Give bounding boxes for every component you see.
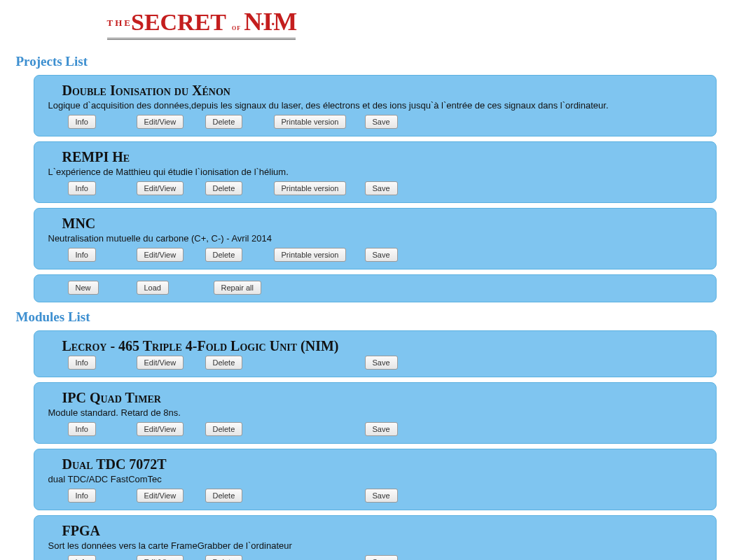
- edit-button[interactable]: Edit/View: [137, 248, 184, 262]
- print-button[interactable]: Printable version: [274, 248, 347, 262]
- module-title: IPC Quad Timer: [62, 390, 716, 406]
- delete-button[interactable]: Delete: [205, 489, 243, 503]
- info-button[interactable]: Info: [68, 248, 96, 262]
- module-desc: Module standard. Retard de 8ns.: [48, 407, 716, 418]
- edit-button[interactable]: Edit/View: [137, 115, 184, 129]
- projects-list: Double Ionisation du XénonLogique d`acqu…: [34, 75, 717, 302]
- save-button[interactable]: Save: [365, 489, 398, 503]
- info-button[interactable]: Info: [68, 356, 96, 370]
- save-button[interactable]: Save: [365, 555, 398, 560]
- info-button[interactable]: Info: [68, 555, 96, 560]
- edit-button[interactable]: Edit/View: [137, 422, 184, 436]
- module-card: Dual TDC 7072Tdual TDC/ADC FastComTecInf…: [34, 449, 717, 510]
- project-title: REMPI He: [62, 149, 716, 165]
- module-title: FPGA: [62, 523, 716, 539]
- modules-list: Lecroy - 465 Triple 4-Fold Logic Unit (N…: [34, 330, 717, 560]
- delete-button[interactable]: Delete: [205, 115, 243, 129]
- load-button[interactable]: Load: [137, 281, 169, 295]
- info-button[interactable]: Info: [68, 422, 96, 436]
- logo-the: THE: [107, 18, 132, 28]
- edit-button[interactable]: Edit/View: [137, 489, 184, 503]
- info-button[interactable]: Info: [68, 489, 96, 503]
- save-button[interactable]: Save: [365, 356, 398, 370]
- project-desc: L`expérience de Matthieu qui étudie l`io…: [48, 167, 716, 177]
- projects-list-title: Projects List: [16, 54, 717, 69]
- project-title: MNC: [62, 216, 716, 232]
- projects-toolbar: NewLoadRepair all: [34, 274, 717, 302]
- module-title: Lecroy - 465 Triple 4-Fold Logic Unit (N…: [62, 338, 716, 354]
- project-card: Double Ionisation du XénonLogique d`acqu…: [34, 75, 717, 136]
- delete-button[interactable]: Delete: [205, 422, 243, 436]
- save-button[interactable]: Save: [365, 422, 398, 436]
- print-button[interactable]: Printable version: [274, 115, 347, 129]
- save-button[interactable]: Save: [365, 181, 398, 195]
- repair-button[interactable]: Repair all: [214, 281, 261, 295]
- delete-button[interactable]: Delete: [205, 181, 243, 195]
- edit-button[interactable]: Edit/View: [137, 181, 184, 195]
- delete-button[interactable]: Delete: [205, 555, 243, 560]
- new-button[interactable]: New: [68, 281, 99, 295]
- edit-button[interactable]: Edit/View: [137, 356, 184, 370]
- print-button[interactable]: Printable version: [274, 181, 347, 195]
- info-button[interactable]: Info: [68, 181, 96, 195]
- delete-button[interactable]: Delete: [205, 248, 243, 262]
- logo-nim: N·I·M: [244, 8, 296, 36]
- project-card: MNCNeutralisation mutuelle du carbone (C…: [34, 208, 717, 270]
- project-card: REMPI HeL`expérience de Matthieu qui étu…: [34, 141, 717, 203]
- module-desc: Sort les données vers la carte FrameGrab…: [48, 540, 716, 551]
- save-button[interactable]: Save: [365, 115, 398, 129]
- project-desc: Neutralisation mutuelle du carbone (C+, …: [48, 233, 716, 244]
- module-desc: dual TDC/ADC FastComTec: [48, 474, 716, 484]
- delete-button[interactable]: Delete: [205, 356, 243, 370]
- edit-button[interactable]: Edit/View: [137, 555, 184, 560]
- module-title: Dual TDC 7072T: [62, 456, 716, 472]
- info-button[interactable]: Info: [68, 115, 96, 129]
- save-button[interactable]: Save: [365, 248, 398, 262]
- project-desc: Logique d`acquisition des données,depuis…: [48, 100, 716, 111]
- logo-of: of: [232, 22, 241, 32]
- module-card: Lecroy - 465 Triple 4-Fold Logic Unit (N…: [34, 330, 717, 377]
- modules-list-title: Modules List: [16, 309, 717, 325]
- logo-secret: SECRET: [131, 9, 226, 35]
- module-card: FPGASort les données vers la carte Frame…: [34, 515, 717, 560]
- module-card: IPC Quad TimerModule standard. Retard de…: [34, 382, 717, 444]
- project-title: Double Ionisation du Xénon: [62, 83, 716, 99]
- logo: THESECRET ofN·I·M: [16, 7, 717, 40]
